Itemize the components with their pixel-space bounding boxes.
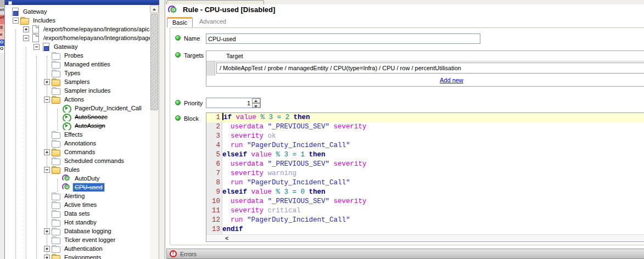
- code-token: then: [309, 188, 326, 196]
- tab-basic[interactable]: Basic: [167, 17, 193, 27]
- add-new-row: Add new: [206, 76, 644, 86]
- tree-item-label: Samplers: [63, 78, 91, 86]
- tree-item-includes[interactable]: Includes: [5, 16, 150, 25]
- tree-item-managed-entities[interactable]: Managed entities: [5, 60, 150, 69]
- tree-item-samplers[interactable]: Samplers: [5, 77, 150, 86]
- folder-white-icon: [52, 131, 60, 138]
- tree-item-label: Hot standby: [63, 218, 98, 227]
- spin-down-arrow-icon[interactable]: [252, 103, 260, 108]
- code-line[interactable]: 7 severity warning: [206, 169, 644, 178]
- code-token: [264, 170, 268, 177]
- tree-item-gateway[interactable]: Gateway: [5, 7, 150, 16]
- tree-item-probes[interactable]: Probes: [5, 51, 150, 60]
- code-line[interactable]: 11 severity critical: [206, 206, 644, 216]
- name-input[interactable]: [206, 33, 480, 44]
- code-line[interactable]: 12 run "PagerDuty_Incident_Call": [206, 216, 644, 225]
- expand-plus-icon[interactable]: [44, 79, 50, 85]
- tree-item-authentication[interactable]: Authentication: [5, 244, 150, 253]
- spin-up-arrow-icon[interactable]: [252, 98, 260, 103]
- tree-item-commands[interactable]: Commands: [5, 148, 150, 156]
- code-token: [329, 123, 334, 131]
- expand-plus-icon[interactable]: [44, 228, 50, 234]
- collapse-minus-icon[interactable]: [23, 35, 29, 41]
- collapse-minus-icon[interactable]: [44, 97, 50, 103]
- add-new-link[interactable]: Add new: [440, 77, 463, 83]
- gateway-icon: [10, 8, 19, 15]
- document-tab[interactable]: [166, 0, 264, 4]
- tree-item-autoduty[interactable]: AutoDuty: [5, 174, 150, 183]
- tree-item-alerting[interactable]: Alerting: [5, 192, 150, 200]
- tree-item-database-logging[interactable]: Database logging: [5, 227, 150, 235]
- code-line[interactable]: 2 userdata "_PREVIOUS_SEV" severity: [206, 122, 644, 132]
- line-number: 7: [206, 169, 222, 178]
- tree-item-autoassign[interactable]: AutoAssign: [5, 121, 150, 130]
- code-token: [243, 142, 248, 149]
- code-line[interactable]: 9elseif value % 3 = 0 then: [206, 188, 644, 197]
- tree-item--export-home-epayano-integrations-pager[interactable]: /export/home/epayano/Integrations/pager: [5, 33, 150, 42]
- expand-plus-icon[interactable]: [44, 255, 50, 259]
- tree-item-label: Ticker event logger: [63, 236, 117, 244]
- background-window-strip: etefgeOO: [0, 0, 4, 259]
- code-line[interactable]: 3 severity ok: [206, 132, 644, 141]
- code-line[interactable]: 1if value % 3 = 2 then: [206, 113, 644, 122]
- tree-item-hot-standby[interactable]: Hot standby: [5, 218, 150, 227]
- tree-item-pagerduty-incident-call[interactable]: PagerDuty_Incident_Call: [5, 104, 150, 112]
- tree-item-label: CPU-used: [73, 183, 104, 192]
- tab-advanced[interactable]: Advanced: [194, 17, 231, 27]
- scrollbar-up-arrow-icon[interactable]: [150, 5, 159, 13]
- tree-item-actions[interactable]: Actions: [5, 95, 150, 104]
- code-token: [222, 216, 231, 224]
- horizontal-scrollbar[interactable]: <: [206, 234, 644, 241]
- code-token: [222, 160, 231, 168]
- code-token: [232, 114, 236, 121]
- tree-item--export-home-epayano-integrations-apica[interactable]: /export/home/epayano/Integrations/apica: [5, 25, 150, 33]
- collapse-minus-icon[interactable]: [13, 18, 19, 24]
- code-line[interactable]: 10 userdata "_PREVIOUS_SEV" severity: [206, 197, 644, 206]
- code-token: run: [231, 179, 243, 187]
- collapse-minus-icon[interactable]: [44, 167, 50, 173]
- tree-item-scheduled-commands[interactable]: Scheduled commands: [5, 156, 150, 165]
- code-token: userdata: [231, 160, 264, 168]
- row-selector[interactable]: [206, 61, 215, 76]
- scrollbar-thumb[interactable]: [150, 14, 158, 110]
- tree-item-types[interactable]: Types: [5, 69, 150, 77]
- name-label: Name: [184, 35, 200, 42]
- scroll-left-arrow-icon[interactable]: <: [225, 235, 228, 241]
- expand-plus-icon[interactable]: [44, 246, 50, 252]
- collapse-minus-icon[interactable]: [33, 44, 40, 50]
- code-token: % 3 = 0: [276, 188, 305, 196]
- tree-item-data-sets[interactable]: Data sets: [5, 209, 150, 218]
- code-line[interactable]: 8 run "PagerDuty_Incident_Call": [206, 178, 644, 188]
- tree-item-autosnooze[interactable]: AutoSnooze: [5, 112, 150, 121]
- code-line[interactable]: 5elseif value % 3 = 1 then: [206, 150, 644, 160]
- expand-plus-icon[interactable]: [44, 149, 50, 155]
- errors-label: Errors: [180, 251, 197, 257]
- code-line[interactable]: 6 userdata "_PREVIOUS_SEV" severity: [206, 160, 644, 169]
- tree-scrollbar[interactable]: [150, 5, 159, 259]
- priority-input[interactable]: [206, 98, 251, 108]
- tree-item-rules[interactable]: Rules: [5, 165, 150, 174]
- tree-item-label: AutoAssign: [73, 122, 107, 130]
- target-value[interactable]: / MobileAppTest / probe / managedEntity …: [216, 63, 644, 74]
- target-cell[interactable]: / MobileAppTest / probe / managedEntity …: [215, 61, 644, 76]
- tree-item-ticker-event-logger[interactable]: Ticker event logger: [5, 235, 150, 244]
- errors-bar[interactable]: ! Errors: [166, 249, 644, 259]
- tree-item-environments[interactable]: Environments: [5, 253, 150, 259]
- block-code-editor[interactable]: 1if value % 3 = 2 then2 userdata "_PREVI…: [206, 112, 644, 242]
- tree-item-annotations[interactable]: Annotations: [5, 139, 150, 148]
- code-line[interactable]: 4 run "PagerDuty_Incident_Call": [206, 141, 644, 150]
- gateway-tree[interactable]: GatewayIncludes/export/home/epayano/Inte…: [4, 5, 159, 259]
- background-fragment: O: [0, 46, 4, 53]
- target-row[interactable]: / MobileAppTest / probe / managedEntity …: [206, 61, 644, 76]
- tree-item-gateway[interactable]: Gateway: [5, 42, 150, 51]
- folder-white-icon: [52, 236, 60, 244]
- expand-plus-icon[interactable]: [23, 26, 29, 32]
- tree-item-active-times[interactable]: Active times: [5, 200, 150, 209]
- code-line[interactable]: 13endif: [206, 225, 644, 234]
- tree-item-cpu-used[interactable]: CPU-used: [5, 183, 150, 192]
- code-token: warning: [268, 170, 297, 177]
- tree-item-effects[interactable]: Effects: [5, 130, 150, 139]
- tree-item-sampler-includes[interactable]: Sampler includes: [5, 86, 150, 95]
- code-token: [264, 198, 268, 205]
- targets-status-led-icon: [175, 52, 181, 58]
